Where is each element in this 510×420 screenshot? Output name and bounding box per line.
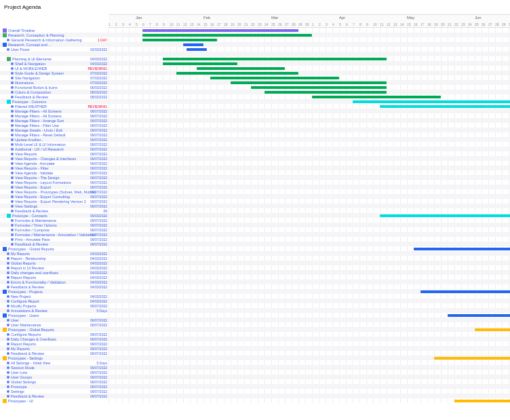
task-label[interactable]: Settings [0, 389, 24, 394]
gantt-chart[interactable]: 1234567891011121314151617181920212223242… [109, 14, 510, 403]
task-label[interactable]: Overall Timeline [0, 28, 35, 33]
task-row[interactable]: Daily changes and overflows04/03/2022 [0, 270, 109, 275]
task-row[interactable]: Report Reports04/03/2022 [0, 275, 109, 280]
task-label[interactable]: Illustrations [0, 81, 34, 85]
task-label[interactable]: Planning & UI Elements [0, 57, 52, 61]
collapse-toggle[interactable] [3, 247, 7, 251]
task-row[interactable]: Daily Changes & Overflows09/07/2022 [0, 337, 109, 341]
task-label[interactable]: Prototypes - Users [0, 313, 39, 318]
task-row[interactable]: View Reports - Filter09/07/2022 [0, 166, 109, 170]
task-row[interactable]: Settings09/07/2022 [0, 389, 109, 394]
task-label[interactable]: Formulas / Maintenance - Annotation / Va… [0, 233, 96, 237]
task-row[interactable]: User Flows02/03/2022 [0, 47, 109, 52]
gantt-bar[interactable] [380, 105, 510, 108]
task-label[interactable]: View Reports - Prototypes (Subset, Web, … [0, 190, 96, 194]
task-row[interactable]: Illustrations07/03/2022 [0, 80, 109, 85]
task-label[interactable]: Configure Reports [0, 332, 41, 337]
gantt-bar[interactable] [264, 91, 387, 94]
task-row[interactable]: Research, Conception & Planning [0, 33, 109, 37]
task-row[interactable]: Prototypes - Projects [0, 289, 109, 294]
task-label[interactable]: Prototype - Columns [0, 100, 46, 104]
gantt-bar[interactable] [210, 77, 339, 79]
task-label[interactable]: Manage Filters - Arrange Sort [0, 119, 64, 123]
task-row[interactable]: View Reports - Export Consulting09/07/20… [0, 194, 109, 199]
gantt-bar[interactable] [163, 62, 237, 65]
task-label[interactable]: My Reports [0, 347, 30, 351]
task-label[interactable]: View Reports - Export Consulting [0, 195, 70, 199]
task-label[interactable]: View Reports - Export [0, 185, 51, 189]
task-label[interactable]: Modify Projects [0, 304, 37, 308]
task-row[interactable]: View Reports - Export Rendering Version … [0, 199, 109, 204]
task-label[interactable]: Additional - UX / UI Research [0, 147, 64, 151]
task-row[interactable]: UI & MOBILE/WEBREVIEWING [0, 66, 109, 71]
task-label[interactable]: Feedback & Review [0, 95, 48, 99]
gantt-bar[interactable] [197, 67, 285, 70]
task-label[interactable]: Manage Filters - All Screens [0, 109, 62, 113]
gantt-bar[interactable] [312, 96, 441, 98]
task-row[interactable]: View Reports - Layout Formations09/07/20… [0, 180, 109, 185]
task-label[interactable]: Formulas & Maintenance [0, 218, 56, 223]
task-row[interactable]: Annotations & Review5 Days [0, 308, 109, 313]
task-row[interactable]: View Agenda - Annotate09/07/2022 [0, 161, 109, 166]
task-label[interactable]: Prototypes - Global Reports [0, 247, 54, 251]
task-row[interactable]: Prototypes - Users [0, 313, 109, 318]
task-label[interactable]: Report Reports [0, 275, 36, 280]
task-label[interactable]: Global Reports [0, 261, 36, 265]
task-label[interactable]: Feedback & Review [0, 351, 44, 356]
collapse-toggle[interactable] [3, 356, 7, 360]
task-row[interactable]: Feedback & Review09/07/2022 [0, 394, 109, 398]
task-row[interactable]: Update Another...09/07/2022 [0, 137, 109, 142]
task-label[interactable]: Feedback & Review [0, 209, 48, 213]
task-label[interactable]: Prototype [0, 385, 27, 389]
task-label[interactable]: User Lists [0, 370, 27, 375]
task-row[interactable]: View Reports - Prototypes (Subset, Web, … [0, 189, 109, 194]
task-label[interactable]: Functional Button & Icons [0, 85, 58, 90]
task-row[interactable]: Prototype - Columns [0, 99, 109, 104]
task-row[interactable]: Multi-Level UI & UI Information09/07/202… [0, 142, 109, 147]
task-label[interactable]: Colors & Composition [0, 90, 51, 94]
task-label[interactable]: Configure Report [0, 299, 39, 303]
task-row[interactable]: Feedback & Review04/03/2022 [0, 284, 109, 289]
task-row[interactable]: Manage Filters - Filter Use09/07/2022 [0, 123, 109, 128]
task-label[interactable]: Daily changes and overflows [0, 271, 58, 275]
gantt-bar[interactable] [142, 34, 312, 37]
task-row[interactable]: Prototypes - Global Reports [0, 327, 109, 332]
task-row[interactable]: Filtered WEATHERREVIEWING [0, 104, 109, 109]
task-label[interactable]: Annotations & Review [0, 309, 47, 313]
task-row[interactable]: New Project04/03/2022 [0, 294, 109, 299]
gantt-bar[interactable] [183, 43, 203, 46]
collapse-toggle[interactable] [7, 214, 11, 218]
task-label[interactable]: Research, Conception & Planning [0, 33, 64, 37]
task-row[interactable]: Errors & Functionality / Validation04/03… [0, 280, 109, 284]
gantt-bar[interactable] [353, 100, 510, 103]
task-row[interactable]: Configure Reports09/07/2022 [0, 332, 109, 337]
task-row[interactable]: User Lists09/07/2022 [0, 370, 109, 375]
task-label[interactable]: New Project [0, 294, 31, 299]
task-label[interactable]: Research, Concept and ... [0, 43, 52, 47]
collapse-toggle[interactable] [3, 28, 7, 33]
task-label[interactable]: Feedback & Review [0, 394, 44, 398]
task-label[interactable]: Prototypes - Settings [0, 356, 43, 360]
task-row[interactable]: Feedback & Review09/07/2022 [0, 242, 109, 246]
task-row[interactable]: My Reports04/03/2022 [0, 251, 109, 256]
collapse-toggle[interactable] [3, 290, 7, 294]
task-row[interactable]: Prototype09/07/2022 [0, 384, 109, 389]
task-row[interactable]: Manage Filters - Reset Default09/07/2022 [0, 132, 109, 137]
task-label[interactable]: My Reports [0, 252, 30, 256]
task-label[interactable]: Manage Filters - Filter Use [0, 123, 59, 128]
task-row[interactable]: Additional - UX / UI Research09/07/2022 [0, 147, 109, 151]
task-row[interactable]: Report - Relationship04/03/2022 [0, 256, 109, 261]
task-row[interactable]: Feedback & Review09 [0, 208, 109, 213]
task-row[interactable]: Site Navigation07/03/2022 [0, 75, 109, 80]
task-row[interactable]: Manage Details - Undo / Edit09/07/2022 [0, 128, 109, 132]
task-row[interactable]: View Agenda - Validate09/07/2022 [0, 170, 109, 175]
task-row[interactable]: Manage Filters - All Screens09/07/2022 [0, 113, 109, 118]
collapse-toggle[interactable] [3, 399, 7, 403]
task-label[interactable]: View Agenda - Validate [0, 171, 53, 175]
task-row[interactable]: Functional Button & Icons06/03/2022 [0, 85, 109, 90]
task-label[interactable]: Report Reports [0, 342, 36, 346]
collapse-toggle[interactable] [3, 328, 7, 332]
task-label[interactable]: View Reports - Filter [0, 166, 49, 170]
task-label[interactable]: Prototypes - Projects [0, 290, 43, 294]
collapse-toggle[interactable] [3, 33, 7, 37]
